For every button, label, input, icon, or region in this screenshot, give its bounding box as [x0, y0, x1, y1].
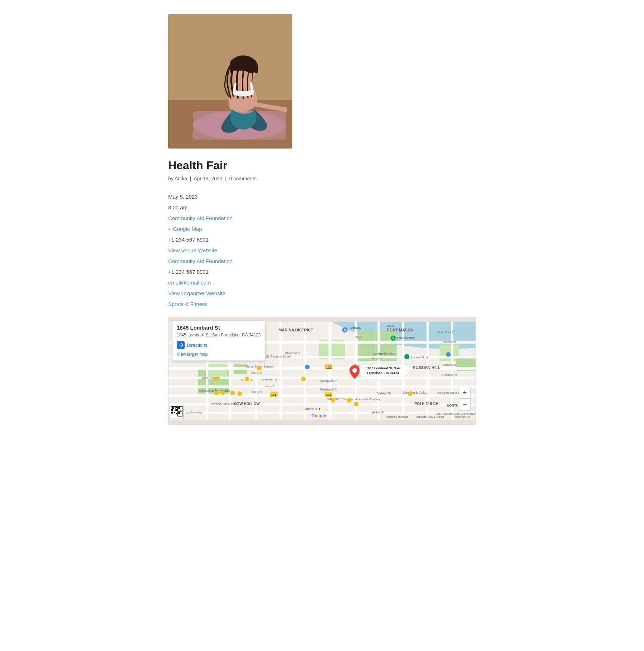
organizer-name-link[interactable]: Community Aid Foundation [168, 256, 476, 267]
svg-rect-13 [208, 364, 228, 378]
svg-text:Fillmore St: Fillmore St [372, 357, 383, 360]
svg-rect-115 [176, 407, 177, 408]
svg-point-98 [331, 398, 335, 403]
svg-point-96 [214, 377, 219, 382]
svg-point-100 [354, 402, 358, 407]
event-title: Health Fair [168, 159, 476, 172]
svg-rect-22 [169, 394, 475, 397]
event-date: May 5, 2023 [168, 191, 476, 202]
svg-text:Apple Chestnut Street: Apple Chestnut Street [262, 355, 291, 359]
svg-point-94 [301, 377, 306, 382]
svg-text:🍽: 🍽 [221, 392, 224, 395]
svg-text:Chestnut St: Chestnut St [443, 341, 456, 344]
svg-point-101 [408, 392, 413, 396]
svg-text:Bay St: Bay St [353, 336, 362, 339]
svg-text:Vallejo St: Vallejo St [371, 411, 384, 414]
organizer-email-link[interactable]: email@email.com [168, 277, 476, 288]
svg-text:P: P [392, 337, 394, 340]
svg-text:Greenwich St: Greenwich St [320, 380, 338, 383]
map-address-name: 1845 Lombard St [177, 325, 261, 331]
svg-text:Presidio Social Club: Presidio Social Club [211, 403, 237, 406]
svg-text:Union St: Union St [265, 385, 275, 388]
svg-text:Saint Frank Coffee: Saint Frank Coffee [403, 391, 428, 394]
svg-text:101: 101 [326, 394, 331, 397]
meta-author: Anika [175, 176, 187, 181]
venue-phone: +1 234 567 8901 [168, 234, 476, 245]
event-details: May 5, 2023 8:00 am Community Aid Founda… [168, 191, 476, 310]
svg-text:101: 101 [326, 366, 331, 369]
svg-point-87 [404, 354, 410, 360]
svg-text:Greenwich St: Greenwich St [441, 373, 457, 376]
svg-rect-124 [178, 412, 180, 414]
svg-text:Safeway: Safeway [350, 327, 361, 330]
directions-label: Directions [187, 342, 208, 348]
directions-icon [177, 341, 185, 349]
svg-point-104 [230, 391, 235, 395]
svg-text:Map data ©2023 Google: Map data ©2023 Google [415, 416, 444, 419]
svg-text:POLK GULCH: POLK GULCH [415, 402, 438, 406]
svg-rect-29 [304, 322, 306, 420]
svg-text:MARINA DISTRICT: MARINA DISTRICT [279, 328, 313, 332]
google-map-link[interactable]: + Google Map [168, 224, 476, 234]
svg-point-89 [352, 368, 357, 373]
view-larger-map-link[interactable]: View larger map [177, 352, 261, 357]
svg-text:Bay St: Bay St [387, 324, 394, 327]
organizer-phone: +1 234 567 8901 [168, 267, 476, 277]
svg-text:Filbert St: Filbert St [252, 372, 262, 375]
meta-pipe2: | [225, 176, 226, 181]
category-link[interactable]: Sports & Fitness [168, 299, 476, 310]
map-container: 1845 Lombard St 1845 Lombard St, San Fra… [168, 317, 476, 425]
meta-date-posted: Apr 13, 2023 [194, 176, 222, 181]
svg-text:Lyon Street Steps: Lyon Street Steps [185, 411, 203, 414]
meta-comments: 0 comments [229, 176, 257, 181]
svg-text:S: S [344, 329, 346, 332]
svg-rect-119 [178, 407, 180, 409]
svg-rect-30 [328, 322, 331, 420]
svg-text:Lombard Street: Lombard Street [373, 353, 395, 356]
svg-point-95 [305, 365, 310, 369]
svg-rect-116 [176, 409, 177, 411]
directions-button[interactable]: Directions [177, 341, 261, 349]
svg-rect-114 [172, 407, 174, 409]
svg-text:Greenwich St: Greenwich St [262, 378, 278, 382]
event-image [168, 14, 292, 149]
svg-point-93 [257, 366, 262, 371]
svg-rect-117 [171, 409, 173, 411]
svg-point-99 [347, 398, 351, 403]
svg-text:Keyboard shortcuts: Keyboard shortcuts [386, 416, 408, 419]
map-address-full: 1845 Lombard St, San Francisco, CA 94123 [177, 332, 261, 338]
svg-rect-28 [279, 322, 282, 420]
svg-text:Chestnut St: Chestnut St [285, 352, 301, 355]
event-meta: by Anika | Apr 13, 2023 | 0 comments [168, 176, 476, 181]
svg-text:Vallejo St: Vallejo St [377, 392, 391, 395]
svg-text:Greenwich St: Greenwich St [320, 388, 338, 391]
svg-text:Francisco Park: Francisco Park [397, 336, 415, 340]
svg-text:Lombard St: Lombard St [443, 364, 456, 367]
svg-text:101: 101 [271, 394, 276, 397]
svg-rect-21 [169, 385, 475, 388]
svg-text:Vallejo St: Vallejo St [251, 390, 262, 394]
svg-point-102 [446, 352, 451, 357]
svg-point-8 [282, 107, 287, 112]
svg-rect-120 [171, 412, 173, 413]
svg-text:COW HOLLOW: COW HOLLOW [234, 402, 260, 406]
view-organizer-website-link[interactable]: View Organizer Website [168, 288, 476, 299]
svg-text:Sessions at the Presidio: Sessions at the Presidio [199, 390, 230, 393]
venue-name-link[interactable]: Community Aid Foundation [168, 213, 476, 224]
svg-text:RUSSIAN HILL: RUSSIAN HILL [413, 366, 440, 370]
svg-rect-121 [174, 412, 175, 413]
meta-by: by [168, 176, 174, 181]
svg-rect-122 [176, 413, 177, 414]
svg-text:Lombard St 🎿: Lombard St 🎿 [411, 356, 429, 359]
map-info-box: 1845 Lombard St 1845 Lombard St, San Fra… [172, 321, 265, 361]
svg-text:Fillmore St ⬆: Fillmore St ⬆ [303, 408, 321, 411]
svg-point-103 [214, 391, 219, 395]
svg-point-97 [238, 392, 242, 396]
zoom-in-button[interactable]: + [459, 387, 470, 398]
zoom-out-button[interactable]: − [459, 399, 470, 410]
view-venue-website-link[interactable]: View Venue Website [168, 245, 476, 256]
map-zoom-controls: + − [459, 387, 470, 410]
svg-text:Google: Google [311, 413, 326, 418]
svg-text:1845 Lombard St, San: 1845 Lombard St, San [366, 367, 400, 370]
svg-text:North Point St: North Point St [438, 331, 454, 334]
